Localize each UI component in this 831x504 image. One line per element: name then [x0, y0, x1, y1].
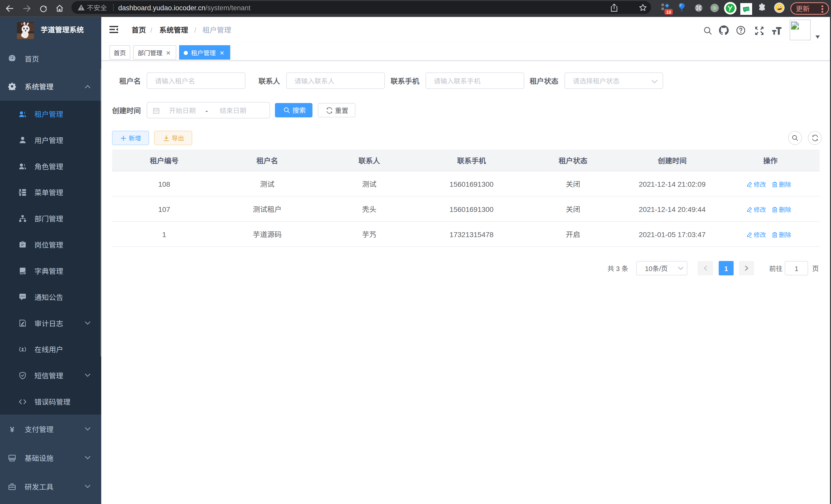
svg-text:¥: ¥	[10, 425, 15, 433]
